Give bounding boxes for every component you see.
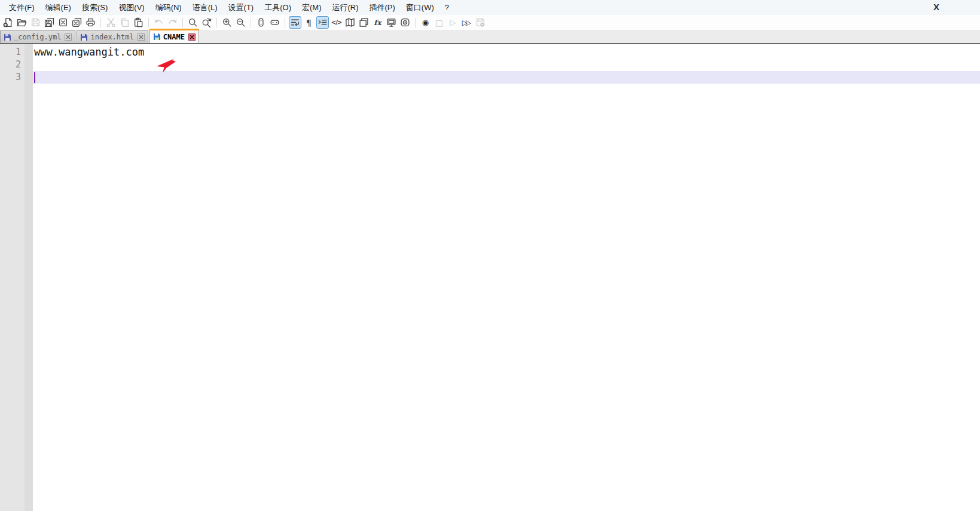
paste-button[interactable] <box>132 16 145 29</box>
close-all-icon <box>72 17 82 27</box>
print-button[interactable] <box>84 16 97 29</box>
save-button[interactable] <box>29 16 42 29</box>
editor-gutter: 1 2 3 <box>0 44 33 511</box>
open-folder-icon <box>17 17 27 27</box>
macro-stop-button[interactable]: □ <box>433 16 445 29</box>
macro-play-button[interactable]: ▷ <box>447 16 459 29</box>
notepad-plus-plus-window: 文件(F) 编辑(E) 搜索(S) 视图(V) 编码(N) 语言(L) 设置(T… <box>0 0 980 512</box>
indent-guide-button[interactable] <box>316 16 329 29</box>
menu-macro[interactable]: 宏(M) <box>297 1 327 15</box>
undo-button[interactable] <box>152 16 165 29</box>
text-caret <box>34 72 35 83</box>
text-editing-area[interactable]: www.wangwangit.com <box>33 44 980 511</box>
tab-label: CNAME <box>163 33 185 41</box>
menu-search[interactable]: 搜索(S) <box>77 1 113 15</box>
tab-label: index.html <box>90 33 133 41</box>
monitor-icon <box>386 17 396 27</box>
find-button[interactable] <box>187 16 199 29</box>
line-number: 1 <box>0 46 21 59</box>
zoom-out-button[interactable] <box>234 16 247 29</box>
show-all-characters-button[interactable]: ¶ <box>303 16 315 29</box>
sync-horizontal-icon <box>270 17 280 27</box>
sync-horizontal-scroll-button[interactable] <box>268 16 281 29</box>
open-file-button[interactable] <box>16 16 28 29</box>
tab-close-icon[interactable] <box>65 33 72 41</box>
save-all-icon <box>44 17 54 27</box>
toolbar-separator <box>285 18 285 27</box>
menu-edit[interactable]: 编辑(E) <box>40 1 77 15</box>
tab-config-yml[interactable]: _config.yml <box>0 30 75 43</box>
macro-save-button[interactable] <box>474 16 487 29</box>
tab-index-html[interactable]: index.html <box>77 30 148 43</box>
word-wrap-icon <box>290 17 300 27</box>
code-line-1: www.wangwangit.com <box>33 46 980 59</box>
zoom-in-icon <box>222 17 232 27</box>
menu-file[interactable]: 文件(F) <box>4 1 40 15</box>
menu-window[interactable]: 窗口(W) <box>401 1 439 15</box>
stop-icon: □ <box>435 19 443 27</box>
tab-close-icon[interactable] <box>188 33 196 41</box>
editor-pane: 1 2 3 www.wangwangit.com <box>0 44 980 511</box>
save-macro-icon <box>475 17 486 27</box>
document-map-button[interactable] <box>344 16 356 29</box>
tab-label: _config.yml <box>14 33 61 41</box>
macro-record-button[interactable]: ◉ <box>419 16 432 29</box>
saved-file-icon <box>80 33 88 41</box>
menu-bar: 文件(F) 编辑(E) 搜索(S) 视图(V) 编码(N) 语言(L) 设置(T… <box>0 0 980 15</box>
zoom-out-icon <box>236 17 246 27</box>
code-brackets-icon: </> <box>331 20 341 26</box>
new-file-icon <box>3 17 13 27</box>
menu-plugins[interactable]: 插件(P) <box>364 1 401 15</box>
close-file-icon <box>58 17 68 27</box>
tab-close-icon[interactable] <box>138 33 145 41</box>
menu-settings[interactable]: 设置(T) <box>223 1 259 15</box>
run-multiple-icon: ▷▷ <box>462 19 471 26</box>
search-icon <box>188 17 198 27</box>
code-text: www.wangwangit.com <box>34 46 144 58</box>
play-icon: ▷ <box>450 19 456 26</box>
sync-vertical-scroll-button[interactable] <box>255 16 267 29</box>
menu-help[interactable]: ? <box>439 1 454 14</box>
line-number-column: 1 2 3 <box>0 44 25 511</box>
save-icon <box>30 17 41 27</box>
line-number: 2 <box>0 59 21 71</box>
line-number: 3 <box>0 71 21 84</box>
toolbar-separator <box>148 18 149 27</box>
fold-margin <box>25 44 33 511</box>
menu-language[interactable]: 语言(L) <box>187 1 223 15</box>
macro-run-multiple-button[interactable]: ▷▷ <box>460 16 473 29</box>
document-map-icon <box>345 17 355 27</box>
folder-as-workspace-button[interactable] <box>385 16 398 29</box>
mouse-cursor-arrow <box>157 58 176 73</box>
toolbar-separator <box>216 18 217 27</box>
document-list-icon <box>359 17 369 27</box>
toolbar-separator <box>415 18 416 27</box>
copy-icon <box>120 17 130 27</box>
toolbar-separator <box>182 18 183 27</box>
cut-button[interactable] <box>105 16 117 29</box>
copy-button[interactable] <box>118 16 131 29</box>
close-all-button[interactable] <box>71 16 83 29</box>
word-wrap-button[interactable] <box>289 16 301 29</box>
menu-tools[interactable]: 工具(O) <box>259 1 297 15</box>
redo-button[interactable] <box>166 16 179 29</box>
save-all-button[interactable] <box>43 16 56 29</box>
user-defined-language-button[interactable]: </> <box>330 16 343 29</box>
redo-arrow-icon <box>167 17 178 27</box>
paste-icon <box>133 17 144 27</box>
zoom-in-button[interactable] <box>221 16 233 29</box>
toolbar: ¶ </> fx ◉ □ ▷ ▷▷ <box>0 15 980 30</box>
menu-run[interactable]: 运行(R) <box>326 1 364 15</box>
window-close-button[interactable]: X <box>930 1 942 13</box>
document-list-button[interactable] <box>358 16 370 29</box>
function-list-button[interactable]: fx <box>371 16 384 29</box>
monitoring-button[interactable] <box>399 16 411 29</box>
menu-view[interactable]: 视图(V) <box>113 1 149 15</box>
tab-cname[interactable]: CNAME <box>149 29 199 43</box>
replace-button[interactable] <box>200 16 213 29</box>
monitoring-eye-icon <box>400 17 410 27</box>
close-file-button[interactable] <box>57 16 69 29</box>
new-file-button[interactable] <box>2 16 14 29</box>
menu-encoding[interactable]: 编码(N) <box>150 1 187 15</box>
tab-bar: _config.yml index.html CNAME <box>0 30 980 44</box>
